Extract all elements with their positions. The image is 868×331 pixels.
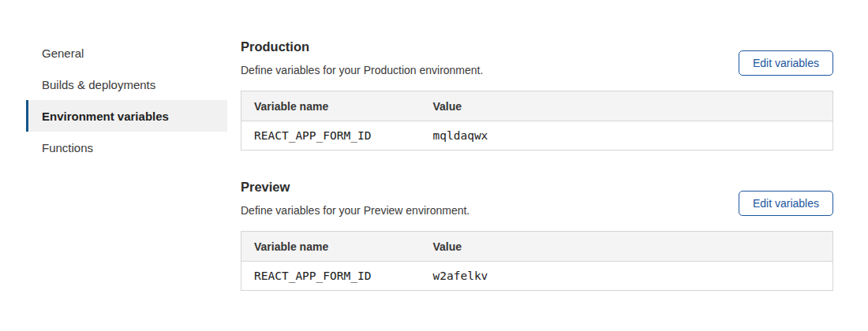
preview-section: Preview Define variables for your Previe… [241,178,833,291]
table-header-row: Variable name Value [241,232,833,262]
column-header-variable-name: Variable name [241,232,421,262]
variable-name-cell: REACT_APP_FORM_ID [241,262,421,291]
column-header-value: Value [421,91,833,121]
settings-sidebar: General Builds & deployments Environment… [26,37,227,163]
variable-value-cell: w2afelkv [421,262,833,291]
edit-variables-button-production[interactable]: Edit variables [739,50,833,76]
production-variables-table: Variable name Value REACT_APP_FORM_ID mq… [241,91,833,151]
sidebar-item-environment-variables[interactable]: Environment variables [26,100,227,132]
sidebar-item-general[interactable]: General [26,37,227,69]
production-section: Production Define variables for your Pro… [241,38,833,151]
table-row: REACT_APP_FORM_ID mqldaqwx [241,121,833,151]
preview-variables-table: Variable name Value REACT_APP_FORM_ID w2… [241,231,833,291]
column-header-variable-name: Variable name [241,91,421,121]
variable-name-cell: REACT_APP_FORM_ID [241,121,421,151]
variable-value-cell: mqldaqwx [421,121,833,151]
edit-variables-button-preview[interactable]: Edit variables [739,191,833,216]
sidebar-item-functions[interactable]: Functions [26,132,227,163]
sidebar-item-builds-deployments[interactable]: Builds & deployments [26,69,227,100]
column-header-value: Value [421,232,833,262]
settings-page: General Builds & deployments Environment… [0,0,868,331]
main-content: Production Define variables for your Pro… [241,0,833,331]
table-header-row: Variable name Value [241,91,833,121]
table-row: REACT_APP_FORM_ID w2afelkv [241,262,833,291]
